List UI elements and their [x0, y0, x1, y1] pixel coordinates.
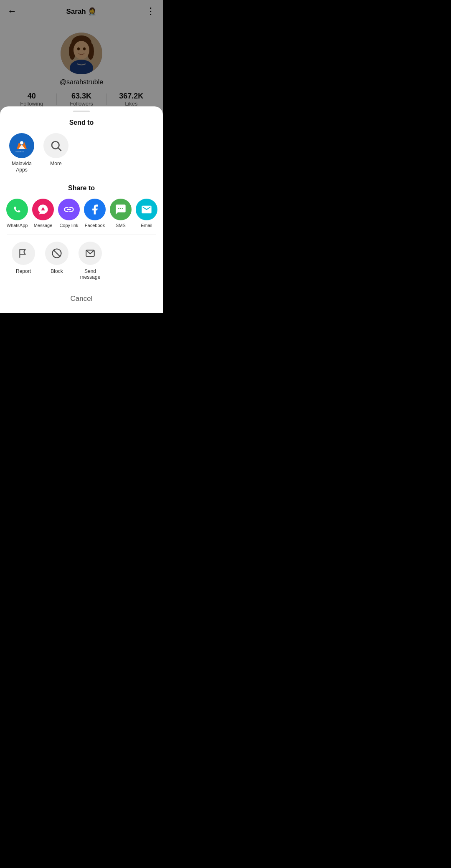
send-item-malavida[interactable]: malavida.com Malavida Apps [8, 133, 35, 174]
share-email[interactable]: Email [134, 199, 160, 228]
block-label: Block [51, 268, 63, 274]
svg-text:malavida.com: malavida.com [15, 151, 24, 153]
svg-point-16 [52, 141, 59, 149]
send-to-title: Send to [0, 115, 163, 129]
share-copy-link[interactable]: Copy link [56, 199, 82, 228]
send-message-icon [79, 242, 102, 265]
bottom-sheet: Send to malavida.com Malavida Apps [0, 106, 163, 313]
svg-point-14 [20, 141, 23, 144]
send-to-row: malavida.com Malavida Apps More [0, 129, 163, 180]
share-facebook[interactable]: Facebook [82, 199, 108, 228]
sms-label: SMS [116, 223, 126, 228]
malavida-label: Malavida Apps [8, 161, 35, 174]
svg-line-17 [58, 148, 61, 151]
sheet-handle [73, 111, 90, 112]
more-search-icon [43, 133, 68, 158]
whatsapp-icon [6, 199, 28, 220]
action-block[interactable]: Block [40, 242, 73, 280]
report-label: Report [16, 268, 31, 274]
share-to-title: Share to [0, 180, 163, 194]
share-whatsapp[interactable]: WhatsApp [4, 199, 30, 228]
block-icon [45, 242, 68, 265]
send-item-more[interactable]: More [43, 133, 68, 174]
whatsapp-label: WhatsApp [7, 223, 28, 228]
bottom-actions-row: Report Block Send message [0, 239, 163, 283]
facebook-label: Facebook [85, 223, 105, 228]
malavida-icon: malavida.com [9, 133, 34, 158]
svg-line-20 [53, 250, 60, 257]
cancel-button[interactable]: Cancel [0, 289, 163, 305]
copy-link-icon [58, 199, 80, 220]
divider [7, 235, 156, 235]
action-send-message[interactable]: Send message [73, 242, 107, 280]
more-label: More [50, 161, 61, 167]
action-report[interactable]: Report [7, 242, 40, 280]
copy-link-label: Copy link [59, 223, 78, 228]
message-icon [32, 199, 54, 220]
facebook-icon [84, 199, 106, 220]
send-message-label: Send message [76, 268, 105, 280]
share-to-row: WhatsApp Message Copy link [0, 194, 163, 230]
email-icon [136, 199, 157, 220]
email-label: Email [141, 223, 152, 228]
share-sms[interactable]: SMS [108, 199, 134, 228]
share-message[interactable]: Message [30, 199, 56, 228]
sms-icon [110, 199, 132, 220]
cancel-divider [0, 286, 163, 286]
message-label: Message [34, 223, 53, 228]
report-icon [12, 242, 35, 265]
